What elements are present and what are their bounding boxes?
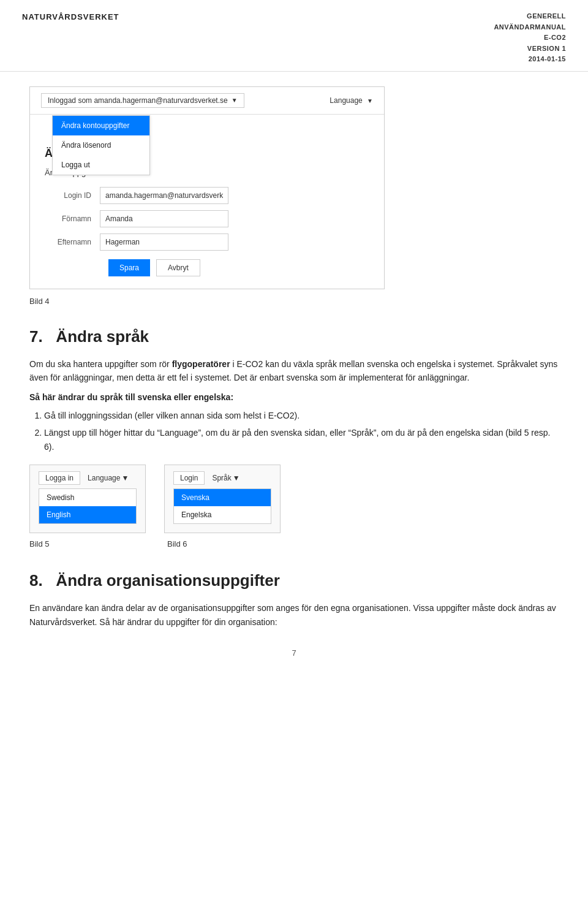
logga-in-button[interactable]: Logga in: [39, 471, 80, 485]
lang-arrow-icon-bild5: ▼: [121, 474, 129, 482]
section-8-heading: 8. Ändra organisationsuppgifter: [29, 569, 559, 593]
bild6-label: Bild 6: [167, 539, 187, 548]
main-content: Inloggad som amanda.hagerman@naturvardsv…: [0, 72, 588, 696]
section-8-para1: En användare kan ändra delar av de organ…: [29, 601, 559, 629]
page-number: 7: [29, 647, 559, 672]
bild5-toprow: Logga in Language ▼: [39, 471, 137, 485]
sprak-btn-bild6[interactable]: Språk ▼: [212, 474, 239, 482]
engelska-option[interactable]: Engelska: [174, 506, 271, 523]
form-buttons: Spara Avbryt: [108, 259, 369, 276]
bild6-container: Login Språk ▼ Svenska Engelska: [164, 465, 281, 533]
efternamn-row: Efternamn Hagerman: [45, 233, 369, 251]
doc-info: GENERELL ANVÄNDARMANUAL E-CO2 VERSION 1 …: [494, 11, 566, 65]
bild6-toprow: Login Språk ▼: [173, 471, 271, 485]
bild5-dropdown: Swedish English: [39, 488, 137, 524]
bild6-dropdown: Svenska Engelska: [173, 488, 271, 524]
section-7-para1: Om du ska hantera uppgifter som rör flyg…: [29, 357, 559, 385]
bild5-mockup: Logga in Language ▼ Swedish English: [29, 465, 146, 533]
bild-labels-row: Bild 5 Bild 6: [29, 537, 559, 551]
steps-list: Gå till inloggningssidan (eller vilken a…: [44, 409, 559, 454]
bild6-mockup: Login Språk ▼ Svenska Engelska: [164, 465, 281, 533]
login-id-label: Login ID: [45, 190, 100, 201]
fornamn-label: Förnamn: [45, 213, 100, 224]
section-8: 8. Ändra organisationsuppgifter En använ…: [29, 569, 559, 629]
language-screenshots-row: Logga in Language ▼ Swedish English Logi…: [29, 465, 559, 533]
efternamn-input[interactable]: Hagerman: [100, 233, 228, 251]
step-1: Gå till inloggningssidan (eller vilken a…: [44, 409, 559, 422]
section-7-heading: 7. Ändra språk: [29, 325, 559, 349]
english-option[interactable]: English: [39, 506, 136, 523]
efternamn-label: Efternamn: [45, 237, 100, 248]
bild6-label-container: Bild 6: [167, 537, 305, 551]
mockup-topbar: Inloggad som amanda.hagerman@naturvardsv…: [30, 87, 384, 115]
save-button[interactable]: Spara: [108, 259, 150, 276]
language-btn-bild5[interactable]: Language ▼: [88, 474, 129, 482]
bild4-mockup: Inloggad som amanda.hagerman@naturvardsv…: [29, 86, 385, 290]
sprak-arrow-icon: ▼: [233, 474, 240, 482]
login-id-row: Login ID amanda.hagerman@naturvardsverk: [45, 187, 369, 204]
change-password-item[interactable]: Ändra lösenord: [53, 135, 149, 155]
bild5-container: Logga in Language ▼ Swedish English: [29, 465, 146, 533]
site-name: NATURVÅRDSVERKET: [22, 11, 119, 23]
login-button-bild6[interactable]: Login: [173, 471, 205, 485]
login-id-input[interactable]: amanda.hagerman@naturvardsverk: [100, 187, 228, 204]
bild4-label: Bild 4: [29, 295, 559, 308]
dropdown-arrow-icon: ▼: [232, 97, 238, 104]
change-account-item[interactable]: Ändra kontouppgifter: [53, 116, 149, 135]
swedish-option[interactable]: Swedish: [39, 489, 136, 506]
fornamn-input[interactable]: Amanda: [100, 210, 228, 227]
language-button[interactable]: Language ▼: [330, 96, 373, 105]
page-header: NATURVÅRDSVERKET GENERELL ANVÄNDARMANUAL…: [0, 0, 588, 72]
account-dropdown: Ändra kontouppgifter Ändra lösenord Logg…: [52, 115, 150, 175]
step-2: Längst upp till höger hittar du “Languag…: [44, 426, 559, 454]
section-7: 7. Ändra språk Om du ska hantera uppgift…: [29, 325, 559, 454]
section-7-subheading: Så här ändrar du språk till svenska elle…: [29, 391, 559, 404]
fornamn-row: Förnamn Amanda: [45, 210, 369, 227]
bild5-label-container: Bild 5: [29, 537, 167, 551]
cancel-button[interactable]: Avbryt: [156, 259, 200, 276]
svenska-option[interactable]: Svenska: [174, 489, 271, 506]
logout-item[interactable]: Logga ut: [53, 155, 149, 175]
lang-arrow-icon: ▼: [367, 97, 373, 104]
bild5-label: Bild 5: [29, 539, 50, 548]
logged-in-button[interactable]: Inloggad som amanda.hagerman@naturvardsv…: [41, 93, 244, 108]
